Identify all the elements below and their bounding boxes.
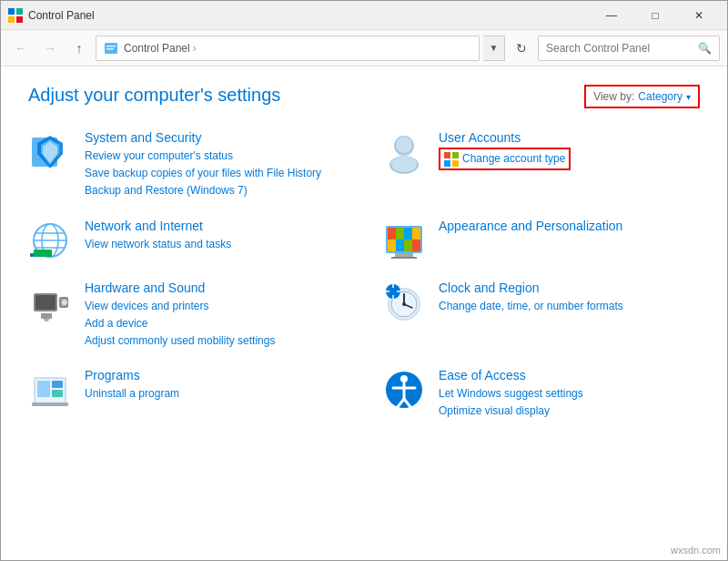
programs-icon xyxy=(28,368,72,412)
svg-rect-29 xyxy=(396,228,404,240)
main-content: Adjust your computer's settings View by:… xyxy=(1,66,727,561)
network-internet-content: Network and Internet View network status… xyxy=(85,219,231,253)
appearance-content: Appearance and Personalization xyxy=(439,219,622,236)
programs-link-1[interactable]: Uninstall a program xyxy=(85,385,179,403)
category-ease-of-access: Ease of Access Let Windows suggest setti… xyxy=(382,368,700,420)
page-title: Adjust your computer's settings xyxy=(28,85,280,106)
ease-of-access-link-2[interactable]: Optimize visual display xyxy=(439,403,583,420)
network-internet-icon xyxy=(28,219,72,262)
svg-rect-34 xyxy=(404,240,412,251)
search-input[interactable] xyxy=(546,42,698,55)
window-controls: — □ ✕ xyxy=(591,2,720,29)
svg-rect-35 xyxy=(412,240,420,251)
back-button[interactable]: ← xyxy=(8,36,34,61)
close-button[interactable]: ✕ xyxy=(678,2,720,29)
svg-rect-18 xyxy=(452,160,459,167)
hardware-sound-content: Hardware and Sound View devices and prin… xyxy=(85,280,275,351)
system-security-link-2[interactable]: Save backup copies of your files with Fi… xyxy=(85,165,321,182)
clock-region-title[interactable]: Clock and Region xyxy=(439,280,623,295)
programs-title[interactable]: Programs xyxy=(85,368,179,382)
path-separator: › xyxy=(193,42,197,55)
svg-rect-24 xyxy=(34,250,52,257)
svg-rect-6 xyxy=(106,48,114,50)
minimize-button[interactable]: — xyxy=(591,2,632,29)
path-dropdown[interactable]: ▼ xyxy=(483,36,505,61)
svg-rect-15 xyxy=(444,152,450,158)
svg-rect-59 xyxy=(52,381,63,388)
svg-rect-33 xyxy=(396,240,404,251)
svg-rect-31 xyxy=(412,228,420,240)
system-security-link-3[interactable]: Backup and Restore (Windows 7) xyxy=(85,182,321,199)
ease-of-access-content: Ease of Access Let Windows suggest setti… xyxy=(439,368,583,420)
ease-of-access-title[interactable]: Ease of Access xyxy=(439,368,583,382)
path-text: Control Panel xyxy=(124,42,190,55)
clock-region-icon xyxy=(382,280,426,324)
system-security-title[interactable]: System and Security xyxy=(85,130,321,145)
network-internet-link-1[interactable]: View network status and tasks xyxy=(85,236,231,253)
address-bar: ← → ↑ Control Panel › ▼ ↻ 🔍 xyxy=(1,30,727,66)
search-box[interactable]: 🔍 xyxy=(538,36,720,61)
path-icon xyxy=(104,41,118,56)
category-appearance: Appearance and Personalization xyxy=(382,219,700,262)
svg-point-44 xyxy=(62,300,67,305)
view-by-value: Category xyxy=(638,90,682,103)
svg-point-63 xyxy=(400,375,408,382)
svg-point-14 xyxy=(391,156,417,172)
system-security-content: System and Security Review your computer… xyxy=(85,130,321,200)
window-title: Control Panel xyxy=(28,9,591,22)
watermark: wxsdn.com xyxy=(671,545,721,556)
appearance-icon xyxy=(382,219,426,262)
refresh-button[interactable]: ↻ xyxy=(509,36,534,61)
view-by-control[interactable]: View by: Category ▾ xyxy=(584,85,700,108)
windows-icon xyxy=(444,152,459,167)
hardware-sound-link-3[interactable]: Adjust commonly used mobility settings xyxy=(85,332,275,350)
svg-rect-39 xyxy=(35,295,56,310)
category-programs: Programs Uninstall a program xyxy=(28,368,346,420)
svg-rect-25 xyxy=(30,253,34,257)
svg-rect-43 xyxy=(41,313,52,319)
forward-button[interactable]: → xyxy=(37,36,63,61)
svg-rect-3 xyxy=(16,16,23,23)
svg-rect-37 xyxy=(391,257,417,259)
svg-rect-0 xyxy=(8,8,15,15)
svg-rect-5 xyxy=(106,46,116,47)
svg-rect-32 xyxy=(388,240,396,251)
svg-rect-36 xyxy=(395,253,413,257)
category-system-security: System and Security Review your computer… xyxy=(28,130,346,200)
system-security-link-1[interactable]: Review your computer's status xyxy=(85,148,321,165)
category-user-accounts: User Accounts Change account type xyxy=(382,130,700,200)
clock-region-link-1[interactable]: Change date, time, or number formats xyxy=(439,298,623,315)
svg-rect-61 xyxy=(32,403,68,406)
appearance-title[interactable]: Appearance and Personalization xyxy=(439,219,622,233)
svg-rect-58 xyxy=(37,381,50,397)
address-path[interactable]: Control Panel › xyxy=(96,36,480,61)
svg-rect-60 xyxy=(52,390,63,397)
svg-rect-16 xyxy=(452,152,459,158)
page-header: Adjust your computer's settings View by:… xyxy=(28,85,700,108)
ease-of-access-icon xyxy=(382,368,426,412)
system-security-icon xyxy=(28,130,72,174)
ease-of-access-link-1[interactable]: Let Windows suggest settings xyxy=(439,385,583,403)
maximize-button[interactable]: □ xyxy=(634,2,676,29)
hardware-sound-link-2[interactable]: Add a device xyxy=(85,315,275,332)
svg-rect-28 xyxy=(388,228,396,240)
svg-rect-17 xyxy=(444,160,450,167)
view-by-arrow: ▾ xyxy=(686,92,691,102)
hardware-sound-icon xyxy=(28,280,72,324)
hardware-sound-link-1[interactable]: View devices and printers xyxy=(85,298,275,315)
svg-rect-1 xyxy=(16,8,23,15)
network-internet-title[interactable]: Network and Internet xyxy=(85,219,231,233)
up-button[interactable]: ↑ xyxy=(66,36,92,61)
categories-grid: System and Security Review your computer… xyxy=(28,130,700,421)
change-account-type-link[interactable]: Change account type xyxy=(439,148,571,170)
clock-region-content: Clock and Region Change date, time, or n… xyxy=(439,280,623,315)
svg-point-50 xyxy=(402,302,406,306)
category-network-internet: Network and Internet View network status… xyxy=(28,219,346,262)
svg-rect-30 xyxy=(404,228,412,240)
control-panel-icon xyxy=(8,8,23,23)
view-by-label: View by: xyxy=(593,90,634,103)
user-accounts-title[interactable]: User Accounts xyxy=(439,130,571,145)
hardware-sound-title[interactable]: Hardware and Sound xyxy=(85,280,275,295)
svg-point-13 xyxy=(396,137,412,153)
search-icon: 🔍 xyxy=(698,42,712,55)
